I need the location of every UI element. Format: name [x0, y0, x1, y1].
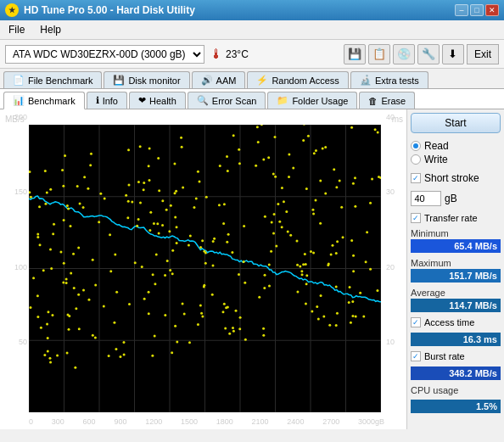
y-right-30: 30 [386, 187, 395, 196]
icon-btn-3[interactable]: 💿 [393, 44, 415, 64]
maximize-button[interactable]: □ [470, 4, 484, 16]
thermometer-icon: 🌡 [210, 47, 223, 62]
minimum-label: Minimum [411, 228, 501, 238]
toolbar-icons: 💾 📋 💿 🔧 ⬇ Exit [344, 44, 499, 64]
disk-monitor-icon: 💾 [113, 75, 125, 86]
tab-random-access[interactable]: ⚡ Random Access [247, 71, 348, 88]
app-icon: ★ [5, 3, 19, 17]
icon-btn-1[interactable]: 💾 [344, 44, 366, 64]
transfer-rate-row: ✓ Transfer rate [411, 213, 501, 223]
y-left-50: 50 [19, 338, 27, 346]
x-1200: 1200 [145, 417, 162, 426]
tab-health[interactable]: ❤ Health [129, 92, 186, 109]
maximum-label: Maximum [411, 258, 501, 268]
access-time-row: ✓ Access time [411, 317, 501, 327]
menu-file[interactable]: File [5, 22, 28, 37]
exit-button[interactable]: Exit [467, 44, 499, 64]
x-2400: 2400 [287, 417, 304, 426]
health-icon: ❤ [138, 95, 146, 106]
title-controls: – □ ✕ [455, 4, 499, 16]
y-right-20: 20 [386, 263, 395, 271]
tab-disk-monitor[interactable]: 💾 Disk monitor [104, 71, 189, 88]
erase-icon: 🗑 [368, 96, 378, 106]
folder-usage-icon: 📁 [277, 95, 288, 106]
aam-icon: 🔊 [201, 75, 213, 86]
transfer-rate-checkbox[interactable]: ✓ [411, 213, 421, 223]
burst-rate-checkbox[interactable]: ✓ [411, 351, 421, 361]
temperature-display: 🌡 23°C [210, 47, 249, 62]
burst-rate-row: ✓ Burst rate [411, 351, 501, 361]
extra-tests-icon: 🔬 [360, 75, 372, 86]
x-1800: 1800 [216, 417, 233, 426]
y-axis-left: 200 150 100 50 [3, 113, 29, 412]
radio-write-dot [411, 154, 421, 165]
stat-average: Average 114.7 MB/s [411, 288, 501, 312]
tab-extra-tests[interactable]: 🔬 Extra tests [350, 71, 428, 88]
info-icon: ℹ [96, 95, 99, 106]
x-600: 600 [83, 417, 96, 426]
burst-rate-label: Burst rate [424, 351, 465, 361]
tab-folder-usage[interactable]: 📁 Folder Usage [267, 92, 357, 109]
x-2700: 2700 [322, 417, 339, 426]
close-button[interactable]: ✕ [485, 4, 499, 16]
burst-rate-value: 348.2 MB/s [411, 366, 501, 380]
access-time-value: 16.3 ms [411, 333, 501, 346]
average-label: Average [411, 288, 501, 298]
average-value: 114.7 MB/s [411, 299, 501, 312]
tab-aam[interactable]: 🔊 AAM [192, 71, 246, 88]
short-stroke-unit: gB [445, 193, 457, 204]
stat-maximum: Maximum 151.7 MB/s [411, 258, 501, 283]
tab-erase[interactable]: 🗑 Erase [359, 92, 415, 109]
title-bar-left: ★ HD Tune Pro 5.00 - Hard Disk Utility [5, 3, 195, 17]
x-1500: 1500 [181, 417, 198, 426]
transfer-rate-label: Transfer rate [424, 213, 478, 223]
radio-read[interactable]: Read [411, 140, 501, 152]
tabs-row2: 📊 Benchmark ℹ Info ❤ Health 🔍 Error Scan… [0, 89, 504, 109]
random-access-icon: ⚡ [256, 75, 268, 86]
right-panel: Start Read Write ✓ Short stroke gB ✓ Tra… [406, 109, 504, 429]
benchmark-chart [29, 125, 381, 412]
stat-minimum: Minimum 65.4 MB/s [411, 228, 501, 253]
y-right-10: 10 [386, 338, 395, 346]
short-stroke-input[interactable] [411, 191, 441, 206]
x-axis-bottom: 0 300 600 900 1200 1500 1800 2100 2400 2… [29, 417, 384, 426]
start-button[interactable]: Start [411, 113, 501, 133]
tab-error-scan[interactable]: 🔍 Error Scan [188, 92, 266, 109]
y-left-200: 200 [14, 113, 27, 121]
x-3000: 3000gB [358, 417, 384, 426]
icon-btn-5[interactable]: ⬇ [442, 44, 464, 64]
radio-group: Read Write [411, 140, 501, 165]
x-0: 0 [29, 417, 33, 426]
tabs-row1: 📄 File Benchmark 💾 Disk monitor 🔊 AAM ⚡ … [0, 69, 504, 89]
minimum-value: 65.4 MB/s [411, 239, 501, 253]
maximum-value: 151.7 MB/s [411, 269, 501, 283]
temperature-value: 23°C [226, 48, 249, 60]
access-time-checkbox[interactable]: ✓ [411, 317, 421, 327]
drive-select[interactable]: ATA WDC WD30EZRX-00D (3000 gB) [5, 45, 204, 64]
tab-file-benchmark[interactable]: 📄 File Benchmark [3, 71, 102, 88]
icon-btn-4[interactable]: 🔧 [417, 44, 440, 64]
stat-cpu-usage: 1.5% [411, 400, 501, 413]
radio-write[interactable]: Write [411, 154, 501, 165]
y-left-150: 150 [14, 187, 27, 196]
icon-btn-2[interactable]: 📋 [368, 44, 390, 64]
minimize-button[interactable]: – [455, 4, 468, 16]
cpu-usage-label: CPU usage [411, 385, 501, 395]
x-2100: 2100 [252, 417, 269, 426]
tab-benchmark[interactable]: 📊 Benchmark [3, 92, 85, 109]
tab-info[interactable]: ℹ Info [87, 92, 127, 109]
short-stroke-checkbox[interactable]: ✓ [411, 173, 421, 183]
cpu-usage-value: 1.5% [411, 400, 501, 413]
benchmark-icon: 📊 [13, 95, 25, 106]
y-right-40: 40 [386, 113, 395, 121]
stat-burst-rate: 348.2 MB/s [411, 366, 501, 380]
radio-read-dot [411, 141, 421, 151]
window-title: HD Tune Pro 5.00 - Hard Disk Utility [24, 4, 195, 16]
access-time-label: Access time [424, 317, 474, 327]
x-300: 300 [52, 417, 64, 426]
short-stroke-row: ✓ Short stroke [411, 172, 501, 184]
stat-access-time: 16.3 ms [411, 333, 501, 346]
menu-help[interactable]: Help [36, 22, 64, 37]
chart-wrapper: MB/s ms 200 150 100 50 40 30 20 10 0 300… [3, 113, 405, 426]
error-scan-icon: 🔍 [197, 95, 209, 106]
